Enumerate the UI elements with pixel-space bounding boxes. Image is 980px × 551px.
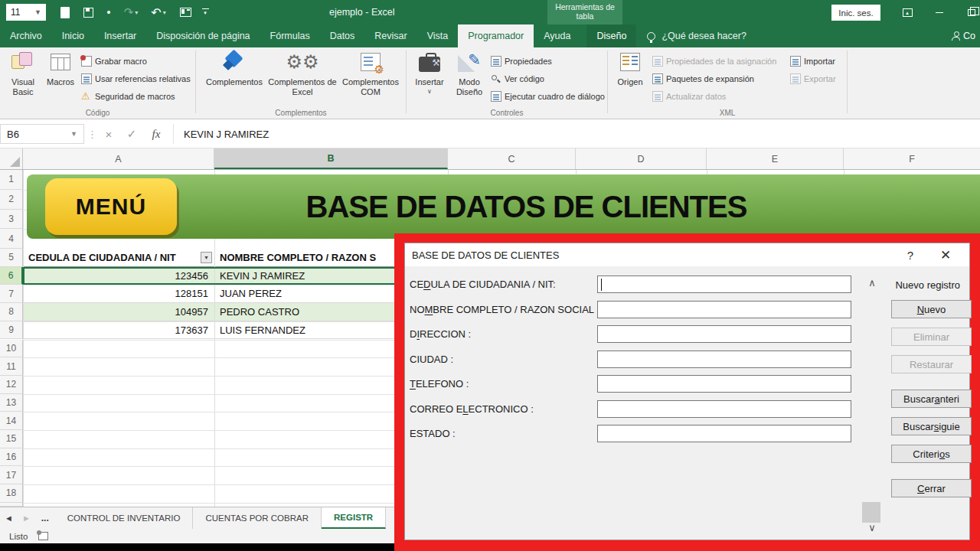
- source-button[interactable]: Origen: [611, 49, 649, 106]
- scroll-down-icon[interactable]: ∨: [863, 522, 881, 533]
- share-button[interactable]: Co: [952, 24, 977, 47]
- customize-qat-button[interactable]: ▾: [198, 0, 213, 24]
- row-header-9[interactable]: 9: [0, 321, 23, 340]
- ribbon-tab-archivo[interactable]: Archivo: [0, 24, 52, 47]
- run-dialog-button[interactable]: Ejecutar cuadro de diálogo: [491, 89, 605, 104]
- field-input-6[interactable]: [597, 425, 851, 442]
- dialog-help-button[interactable]: ?: [899, 243, 922, 266]
- ribbon-tab-fo-rmulas[interactable]: Fórmulas: [260, 24, 320, 47]
- insert-control-button[interactable]: Insertar ∨: [410, 49, 449, 106]
- confirm-entry-button[interactable]: ✓: [121, 124, 142, 144]
- design-mode-button[interactable]: ✎ Modo Diseño: [451, 49, 488, 106]
- row-header-6[interactable]: 6: [0, 267, 23, 285]
- column-header-a[interactable]: A: [23, 148, 214, 169]
- column-header-b[interactable]: B: [214, 148, 448, 169]
- scrollbar-thumb[interactable]: [862, 502, 880, 523]
- row-header-11[interactable]: 11: [0, 357, 23, 376]
- ribbon-tab-disposicio-n-de-pa-gina[interactable]: Disposición de página: [146, 24, 260, 47]
- sign-in-button[interactable]: Inic. ses.: [831, 5, 880, 21]
- prev-sheet-button[interactable]: ◄: [0, 507, 18, 529]
- ribbon-tab-insertar[interactable]: Insertar: [94, 24, 146, 47]
- import-button[interactable]: Importar: [790, 54, 835, 69]
- field-input-0[interactable]: [597, 276, 851, 293]
- tell-me-search[interactable]: ¿Qué desea hacer?: [647, 24, 746, 47]
- ribbon-tab-vista[interactable]: Vista: [417, 24, 459, 47]
- view-code-button[interactable]: Ver código: [491, 71, 544, 86]
- row-header-13[interactable]: 13: [0, 394, 23, 412]
- row-header-14[interactable]: 14: [0, 412, 23, 430]
- menu-button[interactable]: MENÚ: [45, 178, 177, 235]
- row-header-16[interactable]: 16: [0, 448, 23, 467]
- save-button[interactable]: [78, 0, 98, 24]
- next-sheet-button[interactable]: ►: [18, 507, 35, 529]
- ribbon-tab-inicio[interactable]: Inicio: [52, 24, 94, 47]
- visual-basic-button[interactable]: Visual Basic: [5, 49, 41, 106]
- restore-button[interactable]: [959, 0, 980, 24]
- add-ins-button[interactable]: Complementos: [202, 49, 266, 106]
- excel-add-ins-button[interactable]: ⚙⚙ Complementos de Excel: [268, 49, 337, 106]
- ribbon-tab-datos[interactable]: Datos: [320, 24, 365, 47]
- dialog-button-criterios[interactable]: Criterios: [891, 445, 972, 463]
- dialog-button-buscar-anteri[interactable]: Buscar anteri: [891, 390, 972, 408]
- select-all-button[interactable]: [0, 148, 23, 169]
- formula-value[interactable]: KEVIN J RAMIREZ: [184, 124, 269, 144]
- column-header-d[interactable]: D: [576, 148, 707, 169]
- ribbon-tab-disen-o[interactable]: Diseño: [586, 24, 636, 47]
- insert-function-button[interactable]: fx: [145, 124, 167, 144]
- row-header-3[interactable]: 3: [0, 210, 23, 230]
- dialog-button-cerrar[interactable]: Cerrar: [891, 479, 972, 497]
- field-input-1[interactable]: [597, 301, 851, 318]
- qat-font-size[interactable]: 11 ▼: [6, 4, 46, 21]
- relative-references-button[interactable]: Usar referencias relativas: [81, 71, 191, 86]
- row-header-12[interactable]: 12: [0, 376, 23, 394]
- row-header-7[interactable]: 7: [0, 285, 23, 303]
- expansion-packs-button[interactable]: Paquetes de expansión: [652, 71, 754, 86]
- properties-button[interactable]: Propiedades: [491, 54, 552, 69]
- field-input-3[interactable]: [597, 350, 851, 368]
- row-header-4[interactable]: 4: [0, 229, 23, 249]
- cancel-entry-button[interactable]: ×: [98, 124, 119, 144]
- sheet-tab-cuentas-por-cobrar[interactable]: CUENTAS POR COBRAR: [193, 507, 322, 529]
- sheet-tab-control-de-inventario[interactable]: CONTROL DE INVENTARIO: [55, 507, 194, 529]
- record-macro-status-icon[interactable]: [38, 532, 48, 540]
- minimize-button[interactable]: [926, 0, 952, 24]
- table-cell-id[interactable]: 173637: [24, 321, 214, 340]
- ribbon-display-options-button[interactable]: ▴: [894, 0, 920, 24]
- record-macro-qat-button[interactable]: •: [101, 0, 116, 24]
- row-header-8[interactable]: 8: [0, 303, 23, 321]
- ribbon-tab-ayuda[interactable]: Ayuda: [534, 24, 580, 47]
- com-add-ins-button[interactable]: ⚙ Complementos COM: [338, 49, 403, 106]
- table-cell-id[interactable]: 128151: [24, 285, 214, 303]
- dialog-close-button[interactable]: ✕: [933, 243, 959, 266]
- field-input-2[interactable]: [597, 325, 851, 343]
- row-header-1[interactable]: 1: [0, 170, 23, 190]
- dialog-button-buscar-siguie[interactable]: Buscar siguie: [891, 417, 972, 435]
- undo-button[interactable]: ↶▾: [145, 0, 172, 24]
- name-box[interactable]: B6 ▼: [0, 124, 84, 144]
- table-cell-id[interactable]: 104957: [24, 303, 214, 321]
- row-header-2[interactable]: 2: [0, 190, 23, 210]
- table-cell-id[interactable]: 123456: [24, 267, 214, 285]
- field-input-4[interactable]: [597, 375, 851, 393]
- field-input-5[interactable]: [597, 400, 851, 418]
- formula-bar-handle[interactable]: ⋮: [87, 124, 97, 144]
- column-header-f[interactable]: F: [844, 148, 980, 169]
- column-header-c[interactable]: C: [448, 148, 576, 169]
- row-header-10[interactable]: 10: [0, 340, 23, 358]
- filter-button[interactable]: ▼: [201, 252, 212, 263]
- record-macro-button[interactable]: Grabar macro: [81, 54, 147, 69]
- macro-security-button[interactable]: ⚠ Seguridad de macros: [81, 89, 175, 104]
- redo-button[interactable]: ↷▾: [119, 0, 142, 24]
- row-header-5[interactable]: 5: [0, 249, 23, 267]
- form-qat-button[interactable]: [175, 0, 196, 24]
- row-header-15[interactable]: 15: [0, 430, 23, 448]
- sheet-tab-registr[interactable]: REGISTR: [322, 507, 386, 529]
- macros-button[interactable]: Macros: [43, 49, 78, 106]
- more-sheets-button[interactable]: ...: [35, 507, 55, 529]
- row-header-18[interactable]: 18: [0, 484, 23, 503]
- new-file-button[interactable]: [55, 0, 75, 24]
- column-header-e[interactable]: E: [707, 148, 844, 169]
- dialog-title-bar[interactable]: BASE DE DATOS DE CLIENTES: [405, 243, 969, 266]
- dialog-button-nuevo[interactable]: Nuevo: [891, 300, 972, 318]
- ribbon-tab-revisar[interactable]: Revisar: [364, 24, 416, 47]
